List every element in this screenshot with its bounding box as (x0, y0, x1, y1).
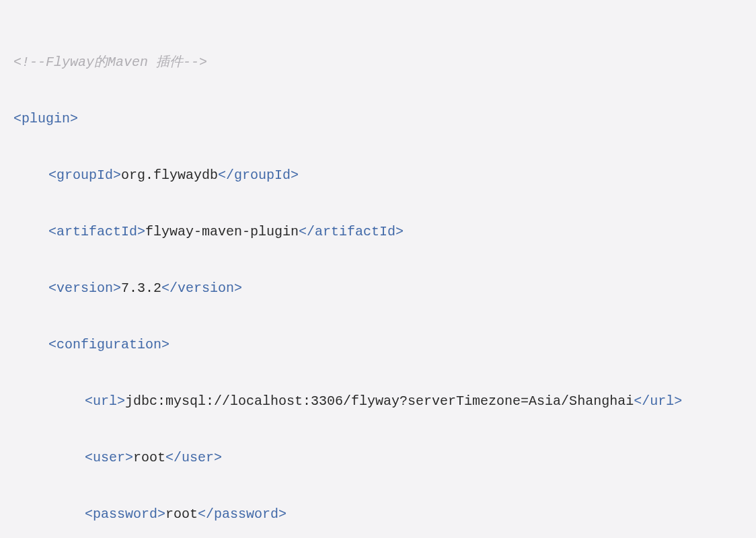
groupId-value: org.flywaydb (121, 167, 218, 183)
version-open: <version> (48, 280, 121, 296)
artifactId-open: <artifactId> (48, 224, 145, 239)
password-value: root (165, 506, 198, 522)
groupId-open: <groupId> (48, 167, 121, 183)
url-line: <url>jdbc:mysql://localhost:3306/flyway?… (13, 387, 743, 416)
artifactId-value: flyway-maven-plugin (145, 224, 299, 239)
password-open: <password> (85, 506, 165, 522)
plugin-open-line: <plugin> (13, 105, 743, 133)
password-close: </password> (198, 506, 287, 522)
artifactId-line: <artifactId>flyway-maven-plugin</artifac… (13, 218, 743, 246)
user-close: </user> (165, 450, 222, 465)
user-value: root (133, 450, 165, 465)
url-open: <url> (85, 393, 125, 409)
artifactId-close: </artifactId> (299, 224, 404, 239)
url-value: jdbc:mysql://localhost:3306/flyway?serve… (125, 393, 634, 409)
url-close: </url> (634, 393, 682, 409)
groupId-close: </groupId> (218, 167, 299, 183)
password-line: <password>root</password> (13, 500, 743, 529)
user-line: <user>root</user> (13, 444, 743, 472)
groupId-line: <groupId>org.flywaydb</groupId> (13, 161, 743, 190)
plugin-open-tag: <plugin> (13, 111, 78, 126)
user-open: <user> (85, 450, 133, 465)
comment-line: <!--Flyway的Maven 插件--> (13, 48, 743, 77)
version-value: 7.3.2 (121, 280, 161, 296)
configuration-open-tag: <configuration> (48, 337, 169, 352)
code-block: <!--Flyway的Maven 插件--> <plugin> <groupId… (13, 20, 743, 538)
version-close: </version> (161, 280, 242, 296)
configuration-open-line: <configuration> (13, 331, 743, 359)
version-line: <version>7.3.2</version> (13, 274, 743, 303)
comment-text: <!--Flyway的Maven 插件--> (13, 54, 207, 70)
